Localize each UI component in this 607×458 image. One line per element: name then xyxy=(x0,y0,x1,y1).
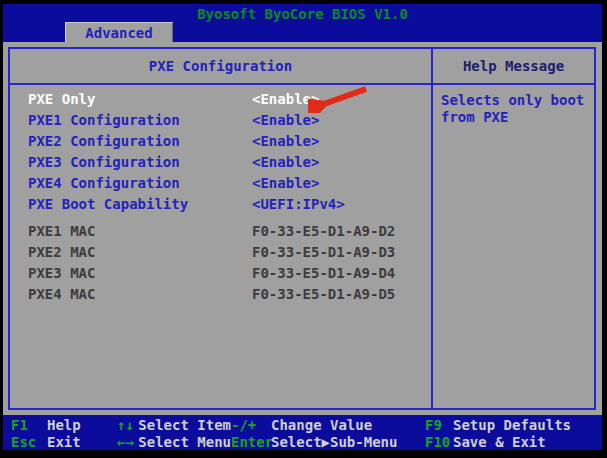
bios-screen: Byosoft ByoCore BIOS V1.0 Advanced PXE C… xyxy=(0,0,607,458)
option-pxe3-configuration[interactable]: PXE3 Configuration <Enable> xyxy=(10,152,431,173)
info-pxe1-mac: PXE1 MAC F0-33-E5-D1-A9-D2 xyxy=(10,221,431,242)
action-label: Select▶Sub-Menu xyxy=(271,434,397,450)
action-label: Save & Exit xyxy=(453,434,546,450)
action-label: Help xyxy=(47,417,81,433)
info-value: F0-33-E5-D1-A9-D4 xyxy=(252,263,395,284)
page-title: PXE Configuration xyxy=(10,49,433,83)
option-value[interactable]: <Enable> xyxy=(252,131,319,152)
hint-esc-exit: Esc Exit xyxy=(3,434,117,450)
hint-f10-save-exit: F10 Save & Exit xyxy=(425,434,602,450)
key-label: Enter xyxy=(231,434,271,450)
action-label: Select Menu xyxy=(138,434,231,450)
info-value: F0-33-E5-D1-A9-D5 xyxy=(252,284,395,305)
option-pxe4-configuration[interactable]: PXE4 Configuration <Enable> xyxy=(10,173,431,194)
option-label: PXE1 Configuration xyxy=(28,110,180,131)
key-label: Esc xyxy=(11,434,47,450)
panel-body: PXE Only <Enable> PXE1 Configuration <En… xyxy=(10,85,594,408)
hint-enter-select-submenu: Enter Select▶Sub-Menu xyxy=(231,434,425,450)
info-pxe4-mac: PXE4 MAC F0-33-E5-D1-A9-D5 xyxy=(10,284,431,305)
hint-leftright-select-menu: ←→ Select Menu xyxy=(117,434,231,450)
key-hint-bar: F1 Help ↑↓ Select Item -/+ Change Value … xyxy=(3,415,602,450)
info-label: PXE1 MAC xyxy=(28,221,95,242)
info-value: F0-33-E5-D1-A9-D2 xyxy=(252,221,395,242)
info-label: PXE2 MAC xyxy=(28,242,95,263)
option-label: PXE2 Configuration xyxy=(28,131,180,152)
option-pxe-only[interactable]: PXE Only <Enable> xyxy=(10,89,431,110)
option-pxe1-configuration[interactable]: PXE1 Configuration <Enable> xyxy=(10,110,431,131)
hint-row: F1 Help ↑↓ Select Item -/+ Change Value … xyxy=(3,417,602,433)
hint-f1-help: F1 Help xyxy=(3,417,117,433)
hint-f9-setup-defaults: F9 Setup Defaults xyxy=(425,417,602,433)
panel-header: PXE Configuration Help Message xyxy=(10,49,594,85)
help-panel-title: Help Message xyxy=(433,49,594,83)
option-value[interactable]: <Enable> xyxy=(252,110,319,131)
hint-updown-select-item: ↑↓ Select Item xyxy=(117,417,231,433)
option-label: PXE4 Configuration xyxy=(28,173,180,194)
header-bar: Byosoft ByoCore BIOS V1.0 Advanced xyxy=(3,4,602,42)
info-pxe3-mac: PXE3 MAC F0-33-E5-D1-A9-D4 xyxy=(10,263,431,284)
option-pxe2-configuration[interactable]: PXE2 Configuration <Enable> xyxy=(10,131,431,152)
option-label: PXE3 Configuration xyxy=(28,152,180,173)
hint-minusplus-change-value: -/+ Change Value xyxy=(231,417,425,433)
option-value[interactable]: <Enable> xyxy=(252,152,319,173)
option-value[interactable]: <Enable> xyxy=(252,173,319,194)
options-list: PXE Only <Enable> PXE1 Configuration <En… xyxy=(10,85,433,408)
key-label: F1 xyxy=(11,417,47,433)
info-value: F0-33-E5-D1-A9-D3 xyxy=(252,242,395,263)
main-area: PXE Configuration Help Message PXE Only … xyxy=(3,42,602,415)
option-pxe-boot-capability[interactable]: PXE Boot Capability <UEFI:IPv4> xyxy=(10,194,431,215)
tab-advanced[interactable]: Advanced xyxy=(65,22,173,42)
option-label: PXE Boot Capability xyxy=(28,194,188,215)
option-value[interactable]: <UEFI:IPv4> xyxy=(252,194,345,215)
tab-advanced-label: Advanced xyxy=(85,25,152,41)
info-label: PXE4 MAC xyxy=(28,284,95,305)
key-label: -/+ xyxy=(231,417,271,433)
bios-title: Byosoft ByoCore BIOS V1.0 xyxy=(3,4,602,22)
action-label: Setup Defaults xyxy=(453,417,571,433)
key-label: F9 xyxy=(425,417,453,433)
info-pxe2-mac: PXE2 MAC F0-33-E5-D1-A9-D3 xyxy=(10,242,431,263)
action-label: Select Item xyxy=(138,417,231,433)
help-message-pane: Selects only boot from PXE xyxy=(433,85,594,408)
updown-arrows-icon: ↑↓ xyxy=(117,417,138,433)
setup-panel: PXE Configuration Help Message PXE Only … xyxy=(8,47,596,410)
info-label: PXE3 MAC xyxy=(28,263,95,284)
screen-content: Byosoft ByoCore BIOS V1.0 Advanced PXE C… xyxy=(3,4,602,450)
hint-row: Esc Exit ←→ Select Menu Enter Select▶Sub… xyxy=(3,434,602,450)
help-text: Selects only boot from PXE xyxy=(441,92,584,125)
option-label: PXE Only xyxy=(28,89,95,110)
action-label: Exit xyxy=(47,434,81,450)
action-label: Change Value xyxy=(271,417,372,433)
key-label: F10 xyxy=(425,434,453,450)
option-value[interactable]: <Enable> xyxy=(252,89,319,110)
leftright-arrows-icon: ←→ xyxy=(117,434,138,450)
